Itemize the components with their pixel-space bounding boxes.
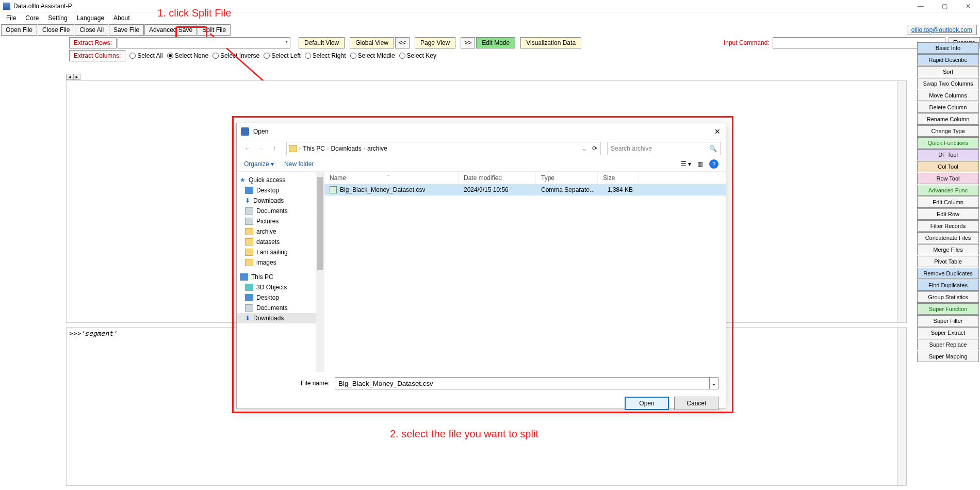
close-all-button[interactable]: Close All xyxy=(75,24,108,36)
nav-back-button[interactable]: ← xyxy=(242,143,253,154)
nav-sailing[interactable]: I am sailing xyxy=(237,247,324,257)
user-link[interactable]: olllo.top@outlook.com xyxy=(907,25,977,35)
sidebar-swap-two-columns[interactable]: Swap Two Columns xyxy=(917,78,979,89)
prev-page-button[interactable]: << xyxy=(395,37,410,48)
page-view-button[interactable]: Page View xyxy=(415,37,455,48)
dialog-open-button[interactable]: Open xyxy=(625,397,669,410)
save-file-button[interactable]: Save File xyxy=(109,24,144,36)
next-page-button[interactable]: >> xyxy=(461,37,475,48)
scroll-left-icon[interactable]: ◄ xyxy=(66,74,73,80)
nav-documents[interactable]: Documents📌 xyxy=(237,206,324,216)
maximize-button[interactable]: ▢ xyxy=(933,0,956,12)
file-row-selected[interactable]: Big_Black_Money_Dataset.csv 2024/9/15 10… xyxy=(324,184,726,195)
addr-dropdown-icon[interactable]: ⌄ xyxy=(582,145,587,152)
dialog-search-input[interactable]: Search archive 🔍 xyxy=(607,142,721,155)
nav-this-pc[interactable]: This PC xyxy=(237,272,324,282)
sidebar-rename-column[interactable]: Rename Column xyxy=(917,113,979,125)
breadcrumb-downloads[interactable]: Downloads xyxy=(331,145,361,152)
sidebar-df-tool[interactable]: DF Tool xyxy=(917,149,979,160)
nav-downloads[interactable]: ⬇Downloads📌 xyxy=(237,195,324,206)
preview-pane-icon[interactable]: ▥ xyxy=(697,160,703,168)
sidebar-sort[interactable]: Sort xyxy=(917,66,979,77)
close-button[interactable]: ✕ xyxy=(956,0,980,12)
advanced-save-button[interactable]: Advanced Save xyxy=(144,24,197,36)
col-name[interactable]: Nameˆ xyxy=(324,172,459,184)
radio-select-middle[interactable]: Select Middle xyxy=(350,52,395,59)
nav-downloads2[interactable]: ⬇Downloads xyxy=(237,313,324,323)
sidebar-advanced-func[interactable]: Advanced Func xyxy=(917,185,979,196)
nav-forward-button[interactable]: → xyxy=(255,143,267,154)
sidebar-move-columns[interactable]: Move Columns xyxy=(917,90,979,101)
new-folder-button[interactable]: New folder xyxy=(284,160,314,168)
sidebar-delete-column[interactable]: Delete Column xyxy=(917,102,979,113)
global-view-button[interactable]: Global View xyxy=(350,37,394,48)
sidebar-super-function[interactable]: Super Function xyxy=(917,303,979,315)
vertical-scrollbar[interactable] xyxy=(897,328,906,485)
menu-setting[interactable]: Setting xyxy=(44,13,71,23)
close-file-button[interactable]: Close File xyxy=(38,24,74,36)
sidebar-super-mapping[interactable]: Super Mapping xyxy=(917,351,979,362)
sidebar-basic-info[interactable]: Basic Info xyxy=(917,42,979,54)
radio-select-none[interactable]: Select None xyxy=(167,52,208,59)
breadcrumb-root[interactable]: This PC xyxy=(303,145,325,152)
view-options-icon[interactable]: ☰ ▾ xyxy=(681,160,691,168)
vertical-scrollbar[interactable] xyxy=(897,81,906,322)
sidebar-find-duplicates[interactable]: Find Duplicates xyxy=(917,280,979,291)
sidebar-pivot-table[interactable]: Pivot Table xyxy=(917,256,979,267)
radio-select-all[interactable]: Select All xyxy=(129,52,162,59)
filename-dropdown-icon[interactable]: ⌄ xyxy=(709,377,718,389)
sidebar-col-tool[interactable]: Col Tool xyxy=(917,161,979,172)
filename-input[interactable] xyxy=(335,377,709,389)
sidebar-remove-duplicates[interactable]: Remove Duplicates xyxy=(917,268,979,279)
sidebar-quick-functions[interactable]: Quick Functions xyxy=(917,137,979,149)
sidebar-merge-files[interactable]: Merge Files xyxy=(917,244,979,255)
open-file-button[interactable]: Open File xyxy=(1,24,37,36)
sidebar-edit-row[interactable]: Edit Row xyxy=(917,208,979,220)
radio-select-left[interactable]: Select Left xyxy=(264,52,301,59)
nav-desktop2[interactable]: Desktop xyxy=(237,292,324,303)
sidebar-change-type[interactable]: Change Type xyxy=(917,125,979,137)
menu-file[interactable]: File xyxy=(2,13,20,23)
sidebar-super-filter[interactable]: Super Filter xyxy=(917,315,979,326)
visualization-data-button[interactable]: Visualization Data xyxy=(520,37,581,48)
minimize-button[interactable]: — xyxy=(909,0,933,12)
radio-select-inverse[interactable]: Select Inverse xyxy=(213,52,259,59)
sidebar-edit-column[interactable]: Edit Column xyxy=(917,197,979,208)
organize-menu[interactable]: Organize ▾ xyxy=(244,160,274,168)
sidebar-rapid-describe[interactable]: Rapid Describe xyxy=(917,54,979,66)
col-type[interactable]: Type xyxy=(536,172,598,184)
menu-core[interactable]: Core xyxy=(21,13,43,23)
nav-images[interactable]: images xyxy=(237,257,324,268)
help-icon[interactable]: ? xyxy=(709,159,718,169)
nav-desktop[interactable]: Desktop📌 xyxy=(237,185,324,195)
col-size[interactable]: Size xyxy=(598,172,639,184)
nav-datasets[interactable]: datasets xyxy=(237,237,324,247)
col-date[interactable]: Date modified xyxy=(459,172,536,184)
sidebar-group-statistics[interactable]: Group Statistics xyxy=(917,291,979,303)
nav-3d-objects[interactable]: 3D Objects xyxy=(237,282,324,292)
nav-documents2[interactable]: Documents xyxy=(237,303,324,313)
radio-select-right[interactable]: Select Right xyxy=(305,52,346,59)
radio-select-key[interactable]: Select Key xyxy=(399,52,436,59)
sidebar-filter-records[interactable]: Filter Records xyxy=(917,220,979,232)
default-view-button[interactable]: Default View xyxy=(299,37,345,48)
nav-archive[interactable]: archive xyxy=(237,226,324,237)
edit-mode-button[interactable]: Edit Mode xyxy=(476,37,515,48)
menu-about[interactable]: About xyxy=(109,13,134,23)
navpane-scrollbar[interactable] xyxy=(316,172,324,372)
sidebar-super-replace[interactable]: Super Replace xyxy=(917,339,979,350)
nav-pictures[interactable]: Pictures📌 xyxy=(237,216,324,226)
dialog-cancel-button[interactable]: Cancel xyxy=(674,397,718,410)
sidebar-row-tool[interactable]: Row Tool xyxy=(917,173,979,184)
breadcrumb-archive[interactable]: archive xyxy=(367,145,387,152)
address-bar[interactable]: › This PC › Downloads › archive ⌄ ⟳ xyxy=(286,142,601,155)
split-file-button[interactable]: Split File xyxy=(198,24,231,36)
nav-up-button[interactable]: ↑ xyxy=(269,143,280,154)
sidebar-concatenate-files[interactable]: Concatenate Files xyxy=(917,232,979,243)
dialog-close-button[interactable]: ✕ xyxy=(712,126,723,137)
scroll-right-icon[interactable]: ► xyxy=(73,74,80,80)
menu-language[interactable]: Language xyxy=(73,13,108,23)
refresh-icon[interactable]: ⟳ xyxy=(592,145,597,152)
nav-quick-access[interactable]: ★Quick access xyxy=(237,175,324,185)
sidebar-super-extract[interactable]: Super Extract xyxy=(917,327,979,338)
